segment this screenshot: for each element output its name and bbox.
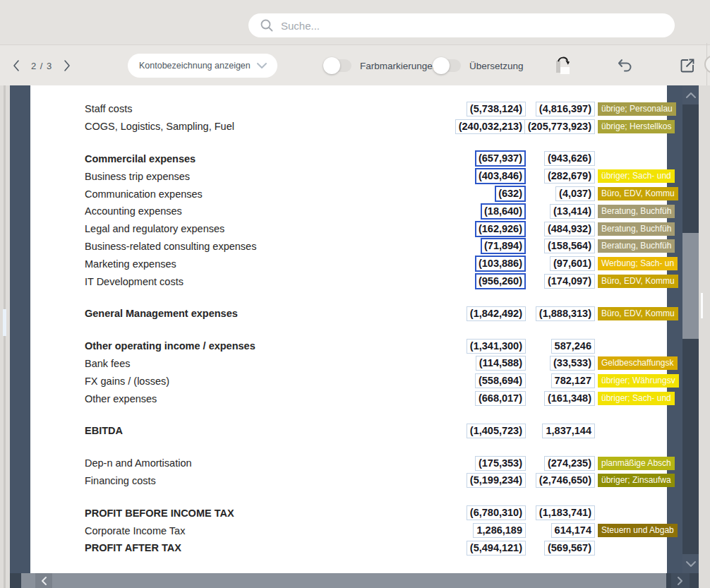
account-label: Commercilal expenses <box>85 153 414 164</box>
value-box-col1[interactable]: (71,894) <box>481 238 526 254</box>
statement-row: Other expenses (668,017) (161,348) übrig… <box>30 390 682 407</box>
category-tag[interactable]: planmäßige Absch <box>598 457 675 470</box>
value-box-col2[interactable]: (2,746,650) <box>536 473 595 488</box>
value-box-col2[interactable]: 587,246 <box>551 339 595 354</box>
value-box-col1[interactable]: (1,842,492) <box>467 306 526 321</box>
value-box-col2[interactable]: (158,564) <box>544 239 595 253</box>
statement-row: Accounting expenses (18,640) (13,414) Be… <box>30 203 682 220</box>
dropdown-label: Kontobezeichnung anzeigen <box>139 61 251 71</box>
value-box-col1[interactable]: (6,780,310) <box>467 505 526 520</box>
category-tag[interactable]: Werbung; Sach- un <box>598 257 678 270</box>
category-tag[interactable]: übrige; Personalau <box>598 102 676 116</box>
value-box-col1[interactable]: (240,032,213) <box>455 119 526 134</box>
value-box-col1[interactable]: (657,937) <box>475 150 526 167</box>
category-tag[interactable]: Büro, EDV, Kommu <box>598 187 678 200</box>
next-page-button[interactable] <box>62 59 72 72</box>
prev-page-button[interactable] <box>11 59 21 72</box>
horizontal-scroll-thumb[interactable] <box>21 573 666 588</box>
category-tag[interactable]: übriger; Währungsv <box>598 374 679 388</box>
outer-left-scroll-strip[interactable] <box>0 85 10 588</box>
row-spacer <box>30 440 667 455</box>
value-box-col2[interactable]: (1,888,313) <box>536 306 595 321</box>
statement-row: PROFIT AFTER TAX (5,494,121) (569,567) <box>30 539 682 557</box>
statement-row: Staff costs (5,738,124) (4,816,397) übri… <box>30 100 682 118</box>
account-label: PROFIT BEFORE INCOME TAX <box>85 508 414 519</box>
chevron-down-icon <box>256 62 267 69</box>
color-markings-toggle[interactable] <box>325 59 351 72</box>
value-box-col1[interactable]: (1,341,300) <box>467 339 526 354</box>
value-box-col2[interactable]: 782,127 <box>551 373 595 388</box>
value-box-col2[interactable]: (282,679) <box>544 169 595 184</box>
value-box-col2[interactable]: (174,097) <box>544 274 595 289</box>
category-tag[interactable]: übriger; Sach- und <box>598 392 675 405</box>
row-spacer <box>30 290 667 305</box>
value-box-col2[interactable]: (484,932) <box>544 222 595 236</box>
account-label: Corporate Income Tax <box>85 525 414 536</box>
value-box-col1[interactable]: (162,926) <box>475 221 526 237</box>
value-box-col2[interactable]: (569,567) <box>544 541 595 556</box>
value-box-col2[interactable]: (97,601) <box>550 256 595 271</box>
scroll-left-button[interactable] <box>35 573 52 588</box>
category-tag[interactable]: Büro, EDV, Kommu <box>598 275 678 288</box>
value-box-col1[interactable]: (1,405,723) <box>467 424 526 438</box>
category-tag[interactable]: Steuern und Abgab <box>598 524 678 537</box>
vertical-scroll-thumb[interactable] <box>682 233 699 339</box>
value-box-col2[interactable]: (33,533) <box>550 356 595 371</box>
statement-row: COGS, Logistics, Sampling, Fuel (240,032… <box>30 118 682 136</box>
value-box-col2[interactable]: 1,837,144 <box>542 424 595 438</box>
value-box-col2[interactable]: (4,037) <box>555 186 595 201</box>
value-box-col2[interactable]: (161,348) <box>544 391 595 406</box>
statement-row: Legal and regulatory expenses (162,926) … <box>30 220 682 238</box>
outer-right-scroll-strip[interactable] <box>699 85 710 588</box>
value-box-col1[interactable]: 1,286,189 <box>473 523 526 538</box>
value-box-col1[interactable]: (956,260) <box>475 273 526 289</box>
value-box-col1[interactable]: (668,017) <box>475 391 526 406</box>
account-label: Financing costs <box>85 475 414 486</box>
account-label: General Management expenses <box>85 308 414 319</box>
value-box-col1[interactable]: (5,738,124) <box>467 102 526 116</box>
search-input[interactable] <box>281 20 634 32</box>
pager: 2 / 3 <box>11 46 72 85</box>
value-box-col1[interactable]: (403,846) <box>475 168 526 184</box>
category-tag[interactable]: übriger; Zinsaufwa <box>598 474 675 487</box>
translation-toggle[interactable] <box>434 59 461 72</box>
outer-left-thumb[interactable] <box>3 309 6 336</box>
category-tag[interactable]: übrige; Herstellkos <box>598 120 675 133</box>
vertical-scrollbar[interactable] <box>682 85 699 573</box>
value-box-col1[interactable]: (114,588) <box>476 356 526 371</box>
value-box-col2[interactable]: (13,414) <box>550 204 595 219</box>
category-tag[interactable]: Beratung, Buchfüh <box>598 239 675 253</box>
category-tag[interactable]: Beratung, Buchfüh <box>598 205 675 218</box>
value-box-col2[interactable]: (1,183,741) <box>536 505 595 520</box>
rotate-page-button[interactable] <box>553 56 573 76</box>
category-tag[interactable]: Geldbeschaffungsk <box>598 356 678 370</box>
category-tag[interactable]: Beratung, Buchfüh <box>598 222 675 236</box>
value-box-col1[interactable]: (175,353) <box>475 456 526 471</box>
external-link-icon <box>679 57 696 74</box>
scroll-up-button[interactable] <box>682 85 699 104</box>
open-external-button[interactable] <box>678 56 697 76</box>
undo-button[interactable] <box>615 56 635 76</box>
value-box-col2[interactable]: (205,773,923) <box>524 119 595 134</box>
value-box-col1[interactable]: (5,494,121) <box>467 541 526 556</box>
category-tag[interactable]: Büro, EDV, Kommu <box>598 307 678 320</box>
scroll-down-button[interactable] <box>682 554 699 573</box>
horizontal-scrollbar[interactable] <box>10 573 699 588</box>
outer-right-thumb[interactable] <box>701 293 703 318</box>
value-box-col1[interactable]: (5,199,234) <box>467 473 526 488</box>
statement-row: FX gains / (losses) (558,694) 782,127 üb… <box>30 372 682 390</box>
value-box-col2[interactable]: (4,816,397) <box>536 102 595 116</box>
value-box-col1[interactable]: (103,886) <box>475 256 526 272</box>
statement-row: Other operating income / expenses (1,341… <box>30 337 682 355</box>
category-tag[interactable]: übriger; Sach- und <box>598 169 675 183</box>
value-box-col2[interactable]: (943,626) <box>544 151 595 166</box>
value-box-col2[interactable]: (274,235) <box>544 456 595 471</box>
value-box-col1[interactable]: (558,694) <box>475 373 526 388</box>
value-box-col1[interactable]: (18,640) <box>481 203 526 220</box>
value-box-col1[interactable]: (632) <box>495 186 526 202</box>
search-bar[interactable] <box>248 13 675 37</box>
account-label: Staff costs <box>85 103 414 114</box>
scroll-right-button[interactable] <box>671 573 690 588</box>
account-label-dropdown[interactable]: Kontobezeichnung anzeigen <box>128 54 277 78</box>
value-box-col2[interactable]: 614,174 <box>551 523 595 538</box>
